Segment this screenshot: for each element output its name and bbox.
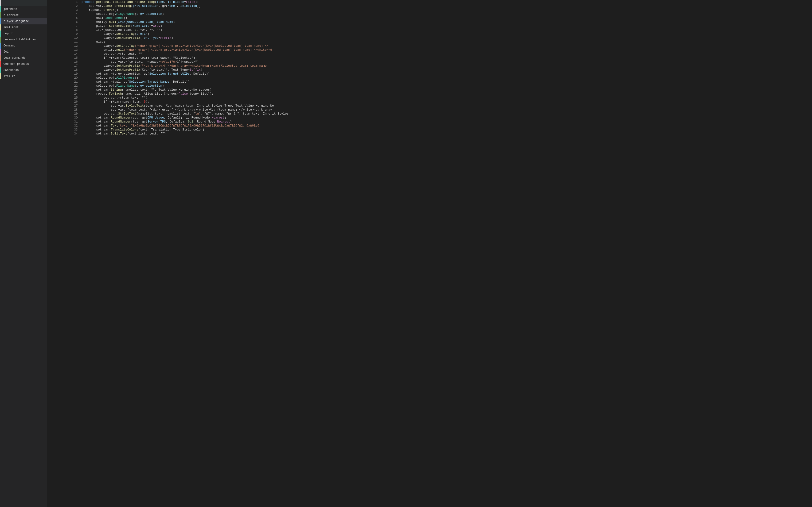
token: , Default), [166,120,188,123]
token: (prev selection, gv( [112,72,149,75]
code-line-15: 15 if.=(%var(%selected team) team owner,… [47,56,812,60]
line-number-4: 4 [47,12,82,16]
line-content-32: set_var.Text(text, "&x&a6&e&b&3&f&0C&x&6… [82,124,812,128]
token: SetNamePrefix [116,68,140,72]
line-content-3: repeat.Forever(): [82,8,812,12]
token: else: [82,40,105,44]
token: ) [160,24,162,28]
token: Selection Target UUIDs [149,72,190,75]
token: () [135,76,138,79]
code-line-20: 20 select_obj.AllPlayers() [47,76,812,80]
token: Server TPS [148,120,166,123]
token: prefix [137,32,148,36]
sidebar-item-Command[interactable]: Command [0,43,47,49]
token: ) [224,116,226,119]
token: 0 [135,28,137,32]
sidebar-item-clearPlot[interactable]: clearPlot [0,12,47,18]
line-number-23: 23 [47,88,82,92]
token: player. [82,32,116,36]
sidebar-item-webhook-process[interactable]: webhook process [0,61,47,67]
token: (to text, "") [120,52,144,56]
code-line-21: 21 set_var.=(apl, gv(Selection Target Na… [47,80,812,84]
line-number-26: 26 [47,100,82,104]
code-line-32: 32 set_var.Text(text, "&x&a6&e&b&3&f&0C&… [47,124,812,128]
line-content-13: entity.null("<dark_gray>[ </dark_gray><w… [82,48,812,52]
sidebar-item-Join[interactable]: Join [0,49,47,55]
token: , [175,4,181,8]
token: loop check [105,16,123,20]
token: ( [135,32,137,36]
line-content-18: player.SetNamePrefix(%var(to text)", Tex… [82,68,812,72]
code-line-16: 16 set_var.=(to text, "<space><#fae170>â… [47,60,812,64]
sidebar-item-underscore[interactable]: _ [0,0,47,6]
code-line-1: 1process personal tablist and hotbar loo… [47,0,812,4]
token: , Default)) [190,72,210,75]
token: ) [171,36,173,40]
line-number-3: 3 [47,8,82,12]
token: ( [155,0,157,4]
code-line-31: 31 set_var.RoundNumber(tps, gv(Server TP… [47,120,812,124]
token: ("<dark_gray>[ </dark_gray><white>%var(%… [140,64,266,68]
line-content-2: set_var.ClearFormatting(prev selection, … [82,4,812,8]
code-line-30: 30 set_var.RoundNumber(cpu, gv(CPU Usage… [47,116,812,120]
token: null [116,48,123,52]
sidebar-item-jereModel[interactable]: jereModel [0,6,47,12]
line-number-10: 10 [47,36,82,40]
sidebar-item-smallFont[interactable]: smallFont [0,24,47,31]
line-content-22: select_obj.PlayerName(prev selection) [82,84,812,88]
line-content-4: select_obj.PlayerName(prev selection) [82,12,812,16]
sidebar: _jereModelclearPlotplayer disguisesmallF… [0,0,47,507]
token: SetChatTag [116,32,135,36]
line-number-1: 1 [47,0,82,4]
line-number-5: 5 [47,16,82,20]
code-line-4: 4 select_obj.PlayerName(prev selection) [47,12,812,16]
sidebar-item-item-rc[interactable]: item rc [0,73,47,79]
sidebar-item-team-commands[interactable]: team commands [0,55,47,61]
code-container: 1process personal tablist and hotbar loo… [47,0,812,136]
sidebar-item-player-disguise[interactable]: player disguise [0,18,47,24]
line-number-12: 12 [47,44,82,48]
token: set_var. [82,120,111,123]
token: %var(%selected team) team name [118,20,173,24]
token: (): [114,8,120,12]
line-content-33: set_var.TranslateColors(text, Translatio… [82,128,812,132]
line-number-6: 6 [47,20,82,24]
token: set_var. [82,104,125,108]
line-number-9: 9 [47,32,82,36]
token: ", "&7", name, "&r &r", team text, Inher… [199,112,289,115]
token: (namelist text, namelist text, " [137,112,195,115]
token: entity. [82,20,109,24]
code-line-11: 11 else: [47,40,812,44]
line-content-30: set_var.RoundNumber(cpu, gv(CPU Usage, D… [82,116,812,120]
token: ForEach [109,92,122,96]
token: prev selection [133,4,158,8]
line-content-27: set_var.StyledText(team name, %var(name)… [82,104,812,108]
token: select_obj. [82,12,116,16]
token: Selection [181,4,197,8]
line-content-20: select_obj.AllPlayers() [82,76,812,80]
sidebar-item-SwapHands[interactable]: SwapHands [0,67,47,73]
code-line-26: 26 if.=(%var(name) team, 0): [47,100,812,104]
sidebar-item-nopull[interactable]: nopull [0,31,47,37]
token: Name [167,4,175,8]
line-number-34: 34 [47,132,82,136]
token: ) [201,68,203,72]
token: set_var.= [82,96,120,100]
token: SetChatTag [116,44,135,48]
token: String [111,88,122,92]
line-number-18: 18 [47,68,82,72]
token: , "0", "", ""): [137,28,164,32]
line-number-16: 16 [47,60,82,64]
token: (team text, "<dark_gray>[ </dark_gray><w… [128,108,272,111]
sidebar-item-personal-tablist[interactable]: personal tablist an... [0,37,47,43]
token: gv( [162,4,167,8]
token: SetNameColor [109,24,131,28]
token: Text [111,124,118,127]
line-number-20: 20 [47,76,82,80]
token: set_var. [82,112,118,115]
token: ClearFormatting [103,4,131,8]
code-line-6: 6 entity.null(%var(%selected team) team … [47,20,812,24]
line-content-7: player.SetNameColor(Name Color=Gray) [82,24,812,28]
token: ) [162,84,164,88]
token: SetNamePrefix [116,36,140,40]
